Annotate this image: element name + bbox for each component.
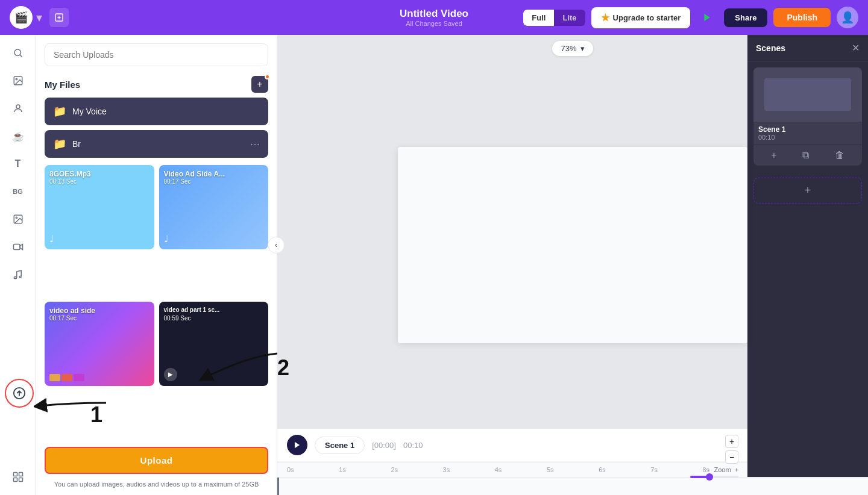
folder-more-btn[interactable]: ⋯ (250, 139, 260, 150)
timeline-playhead (277, 478, 279, 495)
file3-preview (49, 374, 84, 381)
svg-point-8 (16, 105, 20, 108)
upload-panel: My Files + 📁 My Voice 📁 Br ⋯ 8GOES.Mp3 0… (36, 35, 277, 495)
timeline-scene-label[interactable]: Scene 1 (315, 437, 365, 454)
svg-point-10 (16, 217, 17, 218)
upload-circle-icon (13, 387, 26, 400)
new-file-icon (54, 13, 64, 22)
file4-title: video ad part 1 sc... (164, 307, 220, 313)
zoom-in-btn[interactable]: + (725, 435, 738, 448)
effects-icon (13, 472, 24, 482)
folder-icon-br: 📁 (53, 137, 66, 151)
folder-item-voice[interactable]: 📁 My Voice (45, 98, 268, 125)
music-icon (13, 269, 24, 280)
share-btn[interactable]: Share (724, 8, 767, 27)
svg-rect-16 (13, 478, 17, 482)
zoom-controls: + − − Zoom + (690, 435, 738, 478)
zoom-label-row: − Zoom + (706, 466, 738, 473)
text-btn[interactable]: T (6, 152, 30, 176)
media-btn[interactable] (6, 69, 30, 93)
video-icon (13, 241, 24, 252)
avatar-btn[interactable] (6, 96, 30, 120)
zoom-text: Zoom (714, 466, 731, 473)
file4-play-btn[interactable]: ▶ (164, 368, 177, 381)
video-title: Untitled Video (400, 8, 468, 20)
add-file-btn[interactable]: + (251, 76, 268, 93)
file-card-audio[interactable]: 8GOES.Mp3 00:13 Sec ♩ (45, 165, 154, 249)
main-layout: ☕ T BG My Files + 📁 (0, 35, 868, 495)
video-btn[interactable] (6, 235, 30, 259)
publish-btn[interactable]: Publish (773, 8, 831, 27)
file-card-video1[interactable]: Video Ad Side A... 00:17 Sec ♩ (159, 165, 269, 249)
zoom-level-label: 73% (561, 44, 576, 53)
annotation-2: 2 (277, 355, 289, 381)
logo-area: 🎬 ▾ (10, 6, 42, 29)
scenes-title: Scenes (756, 43, 785, 53)
zoom-pill[interactable]: 73% ▾ (552, 41, 593, 56)
search-input[interactable] (45, 43, 268, 66)
tick-5: 5s (547, 466, 599, 473)
auto-save-label: All Changes Saved (400, 20, 468, 27)
logo-dropdown[interactable]: ▾ (36, 10, 42, 25)
bg-btn[interactable]: BG (6, 179, 30, 204)
upload-circle-container (5, 379, 34, 408)
tick-3: 3s (443, 466, 495, 473)
zoom-out-btn[interactable]: − (725, 450, 738, 464)
media-icon (13, 75, 24, 86)
file3-title: video ad side (49, 307, 95, 315)
header: 🎬 ▾ Untitled Video All Changes Saved Ful… (0, 0, 868, 35)
zoom-minus-label: − (706, 466, 710, 473)
file-card-video3[interactable]: video ad part 1 sc... 00:59 Sec ▶ (159, 302, 269, 386)
files-grid: 8GOES.Mp3 00:13 Sec ♩ Video Ad Side A...… (36, 158, 277, 441)
search-icon (13, 48, 24, 58)
tick-2: 2s (391, 466, 442, 473)
coffee-btn[interactable]: ☕ (6, 124, 30, 148)
file2-title: Video Ad Side A... (164, 170, 225, 178)
image-btn[interactable] (6, 207, 30, 231)
time-start: [00:00] (372, 441, 396, 450)
lite-btn[interactable]: Lite (554, 10, 585, 26)
upload-circle-btn[interactable] (5, 379, 34, 408)
time-duration: 00:10 (403, 441, 423, 450)
play-icon (702, 13, 712, 22)
audio-btn[interactable] (6, 263, 30, 287)
star-icon: ★ (601, 12, 609, 23)
panel-collapse-btn[interactable]: ‹ (268, 237, 285, 254)
upgrade-btn[interactable]: ★ Upgrade to starter (591, 7, 691, 28)
scenes-close-btn[interactable]: ✕ (852, 42, 860, 54)
search-btn[interactable] (6, 41, 30, 65)
svg-marker-3 (705, 14, 710, 21)
svg-line-5 (20, 55, 22, 57)
header-left: 🎬 ▾ (10, 6, 69, 29)
svg-rect-17 (19, 478, 22, 482)
zoom-slider[interactable] (690, 476, 738, 478)
folder-list: 📁 My Voice 📁 Br ⋯ (36, 98, 277, 158)
tick-4: 4s (495, 466, 547, 473)
play-btn-timeline[interactable] (287, 435, 307, 455)
annotation-number-2: 2 (277, 355, 289, 380)
play-timeline-icon (293, 441, 301, 449)
upload-button[interactable]: Upload (45, 447, 268, 474)
canvas-main[interactable] (398, 147, 747, 343)
header-right: Full Lite ★ Upgrade to starter Share Pub… (523, 7, 858, 28)
icon-sidebar: ☕ T BG (0, 35, 36, 495)
effects-btn[interactable] (6, 465, 30, 489)
editor-area: Scenes ✕ Scene 1 00:10 + ⧉ 🗑 + (277, 35, 868, 495)
preview-play-btn[interactable] (696, 7, 718, 28)
annotation-number-1: 1 (90, 402, 102, 428)
zoom-slider-thumb (706, 473, 713, 481)
timeline-bar (277, 477, 868, 495)
file1-title: 8GOES.Mp3 (49, 170, 91, 178)
notification-dot (265, 74, 270, 79)
my-files-title: My Files (45, 79, 80, 90)
folder-item-br[interactable]: 📁 Br ⋯ (45, 130, 268, 158)
svg-point-4 (14, 49, 21, 56)
tick-0: 0s (287, 466, 339, 473)
full-btn[interactable]: Full (523, 10, 554, 26)
logo-icon: 🎬 (10, 6, 33, 29)
view-toggle: Full Lite (523, 10, 585, 26)
file-card-video2[interactable]: video ad side 00:17 Sec (45, 302, 154, 386)
new-file-btn[interactable] (49, 8, 69, 27)
user-avatar[interactable]: 👤 (837, 7, 858, 28)
scenes-header: Scenes ✕ (747, 35, 868, 61)
